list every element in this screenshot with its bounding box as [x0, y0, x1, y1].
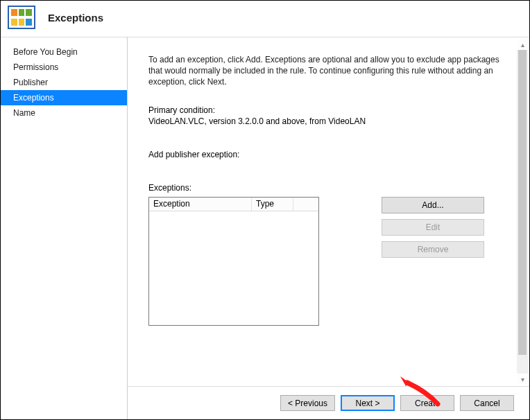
scrollbar-thumb[interactable]	[518, 50, 527, 355]
exceptions-list-header: Exception Type	[149, 198, 318, 211]
scroll-down-icon[interactable]: ▾	[517, 374, 528, 385]
header: Exceptions	[1, 1, 529, 37]
next-button[interactable]: Next >	[341, 395, 395, 411]
remove-button: Remove	[382, 241, 484, 258]
create-button[interactable]: Create	[400, 395, 454, 411]
page-title: Exceptions	[48, 12, 103, 24]
exceptions-label: Exceptions:	[148, 183, 506, 193]
sidebar-item-exceptions[interactable]: Exceptions	[1, 90, 127, 105]
column-header-spacer	[293, 198, 318, 211]
footer: < Previous Next > Create Cancel	[128, 386, 529, 419]
content-pane: To add an exception, click Add. Exceptio…	[128, 37, 529, 386]
intro-text: To add an exception, click Add. Exceptio…	[148, 54, 506, 87]
scroll-up-icon[interactable]: ▴	[517, 39, 528, 50]
cancel-button[interactable]: Cancel	[460, 395, 514, 411]
wizard-window: Exceptions Before You Begin Permissions …	[0, 0, 530, 420]
sidebar: Before You Begin Permissions Publisher E…	[1, 37, 127, 419]
sidebar-item-name[interactable]: Name	[1, 105, 127, 121]
edit-button: Edit	[382, 219, 484, 236]
column-header-type[interactable]: Type	[252, 198, 293, 211]
sidebar-item-before-you-begin[interactable]: Before You Begin	[1, 44, 127, 60]
primary-condition-label: Primary condition:	[148, 105, 506, 115]
primary-condition-value: VideoLAN.VLC, version 3.2.0.0 and above,…	[148, 116, 506, 126]
app-icon	[8, 6, 35, 29]
previous-button[interactable]: < Previous	[280, 395, 335, 411]
vertical-scrollbar[interactable]: ▴ ▾	[517, 39, 528, 385]
add-button[interactable]: Add...	[382, 197, 484, 213]
sidebar-item-permissions[interactable]: Permissions	[1, 60, 127, 75]
sidebar-item-publisher[interactable]: Publisher	[1, 75, 127, 90]
exceptions-listbox[interactable]: Exception Type	[148, 197, 319, 326]
column-header-exception[interactable]: Exception	[149, 198, 252, 211]
add-publisher-exception-label: Add publisher exception:	[148, 150, 506, 159]
